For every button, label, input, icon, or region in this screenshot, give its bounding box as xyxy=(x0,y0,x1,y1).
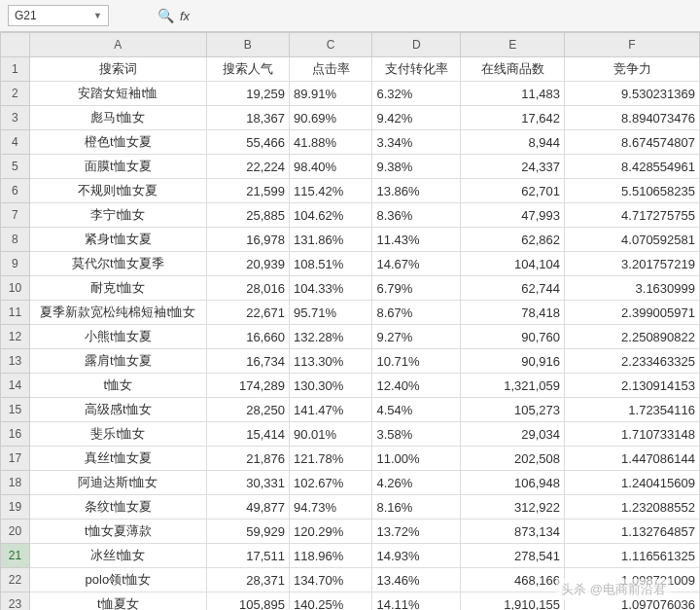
cell-online-products[interactable]: 312,922 xyxy=(461,495,565,520)
cell-search-popularity[interactable]: 16,660 xyxy=(206,325,289,349)
cell-conversion-rate[interactable]: 14.67% xyxy=(372,252,461,276)
row-header[interactable]: 16 xyxy=(1,422,30,447)
cell-search-popularity[interactable]: 174,289 xyxy=(206,374,289,398)
cell-keyword[interactable]: polo领t恤女 xyxy=(29,568,206,592)
cell-keyword[interactable]: t恤夏女 xyxy=(29,592,206,611)
cell-keyword[interactable]: 不规则t恤女夏 xyxy=(29,179,206,203)
cell-online-products[interactable]: 29,034 xyxy=(461,422,565,447)
col-header-c[interactable]: C xyxy=(289,33,371,57)
cell-click-rate[interactable]: 89.91% xyxy=(289,82,371,106)
cell-conversion-rate[interactable]: 6.32% xyxy=(372,82,461,106)
cell-search-popularity[interactable]: 21,599 xyxy=(206,179,289,203)
cell-keyword[interactable]: 小熊t恤女夏 xyxy=(29,325,206,349)
cell-keyword[interactable]: 面膜t恤女夏 xyxy=(29,155,206,179)
cell-keyword[interactable]: t恤女夏薄款 xyxy=(29,520,206,544)
header-cell[interactable]: 点击率 xyxy=(289,57,371,82)
cell-keyword[interactable]: 安踏女短袖t恤 xyxy=(29,82,206,106)
cell-online-products[interactable]: 47,993 xyxy=(461,203,565,228)
row-header[interactable]: 17 xyxy=(1,447,30,471)
select-all-corner[interactable] xyxy=(1,33,30,57)
cell-online-products[interactable]: 8,944 xyxy=(461,130,565,155)
cell-keyword[interactable]: t恤女 xyxy=(29,374,206,398)
row-header[interactable]: 5 xyxy=(1,155,30,179)
cell-competitiveness[interactable]: 1.72354116 xyxy=(565,398,700,422)
row-header[interactable]: 19 xyxy=(1,495,30,520)
col-header-b[interactable]: B xyxy=(206,33,289,57)
header-cell[interactable]: 搜索人气 xyxy=(206,57,289,82)
row-header[interactable]: 9 xyxy=(1,252,30,276)
cell-keyword[interactable]: 耐克t恤女 xyxy=(29,276,206,301)
cell-keyword[interactable]: 冰丝t恤女 xyxy=(29,544,206,568)
cell-click-rate[interactable]: 115.42% xyxy=(289,179,371,203)
col-header-e[interactable]: E xyxy=(461,33,565,57)
cell-conversion-rate[interactable]: 9.38% xyxy=(372,155,461,179)
cell-conversion-rate[interactable]: 14.11% xyxy=(372,592,461,611)
cell-click-rate[interactable]: 41.88% xyxy=(289,130,371,155)
name-box-dropdown-icon[interactable]: ▼ xyxy=(93,11,102,20)
cell-online-products[interactable]: 90,916 xyxy=(461,349,565,374)
cell-conversion-rate[interactable]: 8.16% xyxy=(372,495,461,520)
cell-keyword[interactable]: 露肩t恤女夏 xyxy=(29,349,206,374)
row-header[interactable]: 2 xyxy=(1,82,30,106)
cell-online-products[interactable]: 62,862 xyxy=(461,228,565,252)
cell-conversion-rate[interactable]: 4.54% xyxy=(372,398,461,422)
cell-keyword[interactable]: 条纹t恤女夏 xyxy=(29,495,206,520)
cell-competitiveness[interactable]: 2.250890822 xyxy=(565,325,700,349)
row-header[interactable]: 14 xyxy=(1,374,30,398)
row-header[interactable]: 23 xyxy=(1,592,30,611)
cell-search-popularity[interactable]: 59,929 xyxy=(206,520,289,544)
cell-online-products[interactable]: 24,337 xyxy=(461,155,565,179)
cell-search-popularity[interactable]: 28,016 xyxy=(206,276,289,301)
fx-icon[interactable]: fx xyxy=(180,9,190,23)
cell-competitiveness[interactable]: 2.233463325 xyxy=(565,349,700,374)
row-header[interactable]: 8 xyxy=(1,228,30,252)
cell-conversion-rate[interactable]: 10.71% xyxy=(372,349,461,374)
row-header[interactable]: 7 xyxy=(1,203,30,228)
cell-click-rate[interactable]: 90.69% xyxy=(289,106,371,130)
cell-keyword[interactable]: 李宁t恤女 xyxy=(29,203,206,228)
cell-search-popularity[interactable]: 105,895 xyxy=(206,592,289,611)
cell-conversion-rate[interactable]: 8.36% xyxy=(372,203,461,228)
name-box[interactable]: G21 ▼ xyxy=(8,5,109,26)
cell-conversion-rate[interactable]: 3.34% xyxy=(372,130,461,155)
cell-search-popularity[interactable]: 19,259 xyxy=(206,82,289,106)
cell-search-popularity[interactable]: 16,978 xyxy=(206,228,289,252)
col-header-d[interactable]: D xyxy=(372,33,461,57)
cell-online-products[interactable]: 62,744 xyxy=(461,276,565,301)
cell-click-rate[interactable]: 98.40% xyxy=(289,155,371,179)
cell-search-popularity[interactable]: 28,250 xyxy=(206,398,289,422)
cell-search-popularity[interactable]: 18,367 xyxy=(206,106,289,130)
cell-conversion-rate[interactable]: 13.46% xyxy=(372,568,461,592)
row-header[interactable]: 11 xyxy=(1,301,30,325)
cell-online-products[interactable]: 78,418 xyxy=(461,301,565,325)
cell-search-popularity[interactable]: 20,939 xyxy=(206,252,289,276)
cell-online-products[interactable]: 104,104 xyxy=(461,252,565,276)
cell-search-popularity[interactable]: 16,734 xyxy=(206,349,289,374)
col-header-a[interactable]: A xyxy=(29,33,206,57)
cell-click-rate[interactable]: 140.25% xyxy=(289,592,371,611)
cell-keyword[interactable]: 紧身t恤女夏 xyxy=(29,228,206,252)
cell-click-rate[interactable]: 102.67% xyxy=(289,471,371,495)
cell-search-popularity[interactable]: 30,331 xyxy=(206,471,289,495)
cell-competitiveness[interactable]: 1.447086144 xyxy=(565,447,700,471)
cell-search-popularity[interactable]: 21,876 xyxy=(206,447,289,471)
cell-online-products[interactable]: 90,760 xyxy=(461,325,565,349)
cell-keyword[interactable]: 斐乐t恤女 xyxy=(29,422,206,447)
cell-conversion-rate[interactable]: 3.58% xyxy=(372,422,461,447)
cell-competitiveness[interactable]: 1.116561325 xyxy=(565,544,700,568)
cell-competitiveness[interactable]: 3.201757219 xyxy=(565,252,700,276)
cell-click-rate[interactable]: 121.78% xyxy=(289,447,371,471)
cell-competitiveness[interactable]: 1.240415609 xyxy=(565,471,700,495)
row-header[interactable]: 15 xyxy=(1,398,30,422)
cell-competitiveness[interactable]: 3.1630999 xyxy=(565,276,700,301)
cell-search-popularity[interactable]: 15,414 xyxy=(206,422,289,447)
cell-competitiveness[interactable]: 2.130914153 xyxy=(565,374,700,398)
cell-online-products[interactable]: 105,273 xyxy=(461,398,565,422)
cell-online-products[interactable]: 278,541 xyxy=(461,544,565,568)
row-header[interactable]: 13 xyxy=(1,349,30,374)
cell-search-popularity[interactable]: 49,877 xyxy=(206,495,289,520)
cell-competitiveness[interactable]: 9.530231369 xyxy=(565,82,700,106)
cell-click-rate[interactable]: 104.33% xyxy=(289,276,371,301)
cell-online-products[interactable]: 11,483 xyxy=(461,82,565,106)
cell-keyword[interactable]: 橙色t恤女夏 xyxy=(29,130,206,155)
